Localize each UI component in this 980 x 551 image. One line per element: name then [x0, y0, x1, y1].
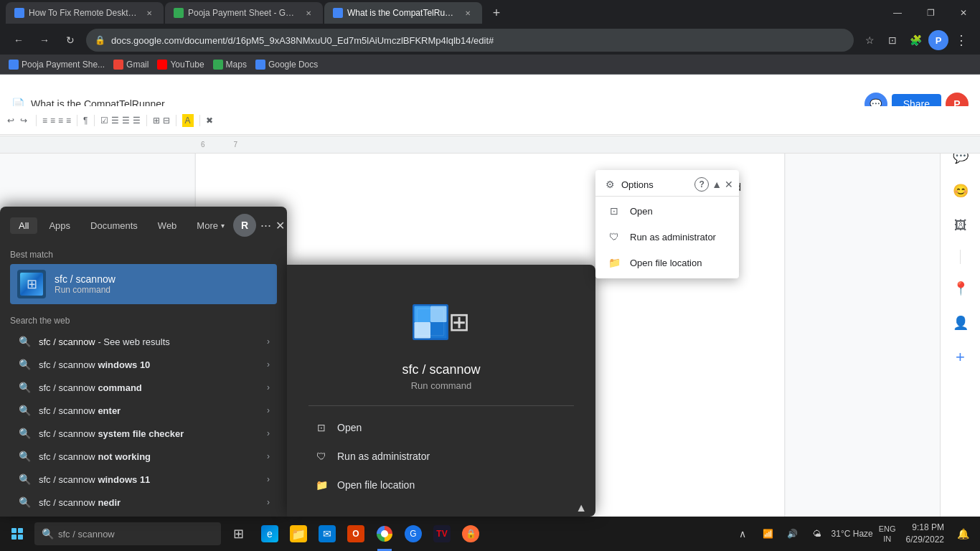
notification-bell-icon[interactable]: 🔔 — [951, 522, 974, 545]
taskbar-chrome2-icon[interactable]: G — [399, 517, 428, 551]
search-arrow-0: › — [267, 336, 270, 347]
volume-icon[interactable]: 🔊 — [781, 522, 804, 545]
context-menu-item-open[interactable]: ⊡ Open — [595, 198, 739, 224]
best-match-item[interactable]: sfc / scannow Run command — [10, 264, 277, 304]
bookmark-pooja[interactable]: Pooja Payment She... — [9, 60, 105, 70]
bookmark-docs[interactable]: Google Docs — [255, 60, 318, 70]
address-text: docs.google.com/document/d/16pM5_9xA38NM… — [111, 35, 845, 46]
ctx-folder-icon: 📁 — [607, 255, 621, 270]
panel-tab-documents[interactable]: Documents — [82, 217, 146, 234]
tab-1-close[interactable]: ✕ — [143, 7, 155, 19]
context-menu-collapse-icon[interactable]: ▲ — [712, 179, 722, 190]
tab-3-favicon — [333, 8, 343, 18]
sidebar-image-icon[interactable]: 🖼 — [948, 212, 974, 238]
search-arrow-2: › — [267, 382, 270, 392]
search-loop-icon-3: 🔍 — [17, 403, 32, 418]
search-item-1[interactable]: 🔍 sfc / scannow windows 10 › — [10, 353, 277, 376]
weather-display[interactable]: 31°C Haze — [831, 529, 873, 539]
tab-3[interactable]: What is the CompatTelRunner - ... ✕ — [324, 2, 482, 24]
panel-tab-all[interactable]: All — [10, 217, 37, 234]
taskbar-tv-icon[interactable]: TV — [428, 517, 456, 551]
taskbar-vpn-icon[interactable]: 🔒 — [456, 517, 485, 551]
search-item-0[interactable]: 🔍 sfc / scannow - See web results › — [10, 330, 277, 353]
bookmark-maps[interactable]: Maps — [213, 60, 247, 70]
panel-options-button[interactable]: ··· — [260, 218, 271, 233]
new-tab-button[interactable]: + — [486, 3, 507, 23]
sidebar-person-icon[interactable]: 👤 — [948, 310, 974, 336]
tv-app-icon: TV — [433, 525, 451, 542]
start-button[interactable] — [0, 517, 34, 551]
bookmark-pooja-label: Pooja Payment She... — [22, 60, 105, 70]
app-info-subtitle: Run command — [411, 380, 472, 391]
chevron-down-icon: ▾ — [221, 222, 225, 230]
taskbar-files-icon[interactable]: 📁 — [284, 517, 313, 551]
weather-icon[interactable]: 🌤 — [806, 522, 829, 545]
context-menu-gear-icon[interactable]: ⚙ — [601, 176, 618, 193]
reload-button[interactable]: ↻ — [60, 30, 80, 50]
tab-3-close[interactable]: ✕ — [462, 7, 473, 19]
browser-menu-button[interactable]: ⋮ — [951, 30, 971, 50]
bookmark-star-icon[interactable]: ☆ — [859, 30, 880, 50]
extension-puzzle-icon[interactable]: 🧩 — [905, 30, 925, 50]
taskbar-edge-icon[interactable]: e — [255, 517, 284, 551]
panel-header-actions: R ··· ✕ — [233, 214, 285, 237]
taskbar-search-icon: 🔍 — [42, 528, 54, 540]
sidebar-plus-icon[interactable]: + — [948, 344, 974, 370]
bookmark-gmail[interactable]: Gmail — [113, 60, 149, 70]
network-icon[interactable]: 📶 — [757, 522, 780, 545]
restore-button[interactable]: ❐ — [914, 0, 947, 26]
context-menu-item-location[interactable]: 📁 Open file location — [595, 250, 739, 276]
context-menu-item-admin[interactable]: 🛡 Run as administrator — [595, 224, 739, 250]
address-bar[interactable]: 🔒 docs.google.com/document/d/16pM5_9xA38… — [86, 29, 854, 52]
taskbar-office-icon[interactable]: O — [341, 517, 370, 551]
back-button[interactable]: ← — [9, 30, 29, 50]
tab-2-close[interactable]: ✕ — [303, 7, 314, 19]
search-item-6[interactable]: 🔍 sfc / scannow windows 11 › — [10, 468, 277, 491]
minimize-button[interactable]: — — [881, 0, 914, 26]
panel-close-button[interactable]: ✕ — [275, 219, 285, 232]
search-item-5[interactable]: 🔍 sfc / scannow not working › — [10, 445, 277, 468]
search-item-3[interactable]: 🔍 sfc / scannow enter › — [10, 399, 277, 422]
collapse-button[interactable]: ▲ — [575, 501, 587, 514]
language-text: ENG — [879, 524, 896, 534]
profile-button[interactable]: P — [928, 30, 948, 50]
taskbar-chrome-icon[interactable] — [370, 517, 399, 551]
search-loop-icon-6: 🔍 — [17, 472, 32, 486]
taskbar-up-arrow-icon[interactable]: ∧ — [731, 522, 754, 545]
panel-header: All Apps Documents Web More ▾ R ··· ✕ — [0, 207, 287, 244]
bookmark-youtube[interactable]: YouTube — [157, 60, 204, 70]
task-view-button[interactable]: ⊞ — [224, 517, 253, 551]
user-avatar[interactable]: R — [233, 214, 256, 237]
tab-1[interactable]: How To Fix Remote Desktop Bla... ✕ — [6, 2, 164, 24]
sidebar-maps-icon[interactable]: 📍 — [948, 276, 974, 301]
sidebar-emoji-icon[interactable]: 😊 — [948, 178, 974, 204]
search-item-4[interactable]: 🔍 sfc / scannow system file checker › — [10, 422, 277, 445]
close-button[interactable]: ✕ — [947, 0, 980, 26]
system-clock[interactable]: 9:18 PM 6/29/2022 — [902, 522, 948, 546]
context-menu-close-button[interactable]: ✕ — [725, 179, 733, 190]
context-menu-header-right: ? ▲ ✕ — [694, 177, 733, 192]
cast-icon[interactable]: ⊡ — [882, 30, 903, 50]
forward-button[interactable]: → — [34, 30, 55, 50]
window-controls: — ❐ ✕ — [881, 0, 980, 26]
sfc-app-icon — [20, 273, 43, 296]
start-panel: All Apps Documents Web More ▾ R ··· ✕ Be… — [0, 207, 287, 517]
tab-2[interactable]: Pooja Payment Sheet - Google S... ✕ — [165, 2, 323, 24]
context-menu-help-icon[interactable]: ? — [694, 177, 709, 192]
best-match-label: Best match — [10, 250, 277, 260]
panel-tab-apps[interactable]: Apps — [40, 217, 79, 234]
taskbar-mail-icon[interactable]: ✉ — [313, 517, 341, 551]
language-indicator[interactable]: ENG IN — [876, 524, 899, 545]
vpn-icon: 🔒 — [462, 525, 479, 542]
taskbar-search-bar[interactable]: 🔍 sfc / scannow — [34, 522, 221, 545]
bookmarks-bar: Pooja Payment She... Gmail YouTube Maps … — [0, 55, 980, 75]
app-action-admin[interactable]: 🛡 Run as administrator — [308, 446, 574, 466]
app-action-location[interactable]: 📁 Open file location — [308, 475, 574, 495]
search-item-2[interactable]: 🔍 sfc / scannow command › — [10, 376, 277, 399]
doc-ruler: 67 — [0, 136, 980, 154]
panel-tab-web[interactable]: Web — [149, 217, 186, 234]
search-item-7[interactable]: 🔍 sfc / scannow nedir › — [10, 491, 277, 514]
app-action-open[interactable]: ⊡ Open — [308, 418, 574, 438]
panel-tab-more[interactable]: More ▾ — [188, 217, 233, 234]
panel-tab-more-label: More — [197, 220, 218, 231]
